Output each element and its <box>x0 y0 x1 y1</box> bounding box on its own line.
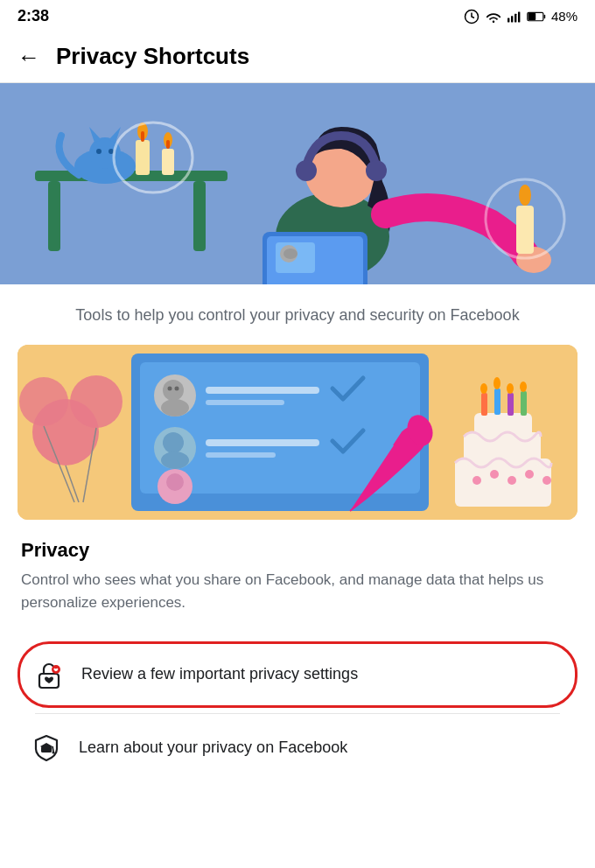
svg-rect-18 <box>136 140 150 175</box>
svg-rect-7 <box>528 13 536 20</box>
svg-point-27 <box>296 160 317 181</box>
learn-privacy-label: Learn about your privacy on Facebook <box>79 738 347 757</box>
svg-point-34 <box>284 248 298 259</box>
svg-point-51 <box>175 387 179 391</box>
shield-graduate-icon <box>30 732 63 765</box>
svg-point-71 <box>507 383 514 394</box>
svg-point-48 <box>163 380 184 401</box>
svg-point-50 <box>168 387 172 391</box>
status-icons: 48% <box>464 9 578 24</box>
svg-point-49 <box>161 399 189 416</box>
svg-rect-11 <box>193 181 206 251</box>
svg-rect-23 <box>166 140 170 149</box>
svg-point-72 <box>520 382 527 392</box>
hero-illustration <box>0 83 595 284</box>
svg-line-82 <box>52 746 53 752</box>
svg-rect-6 <box>544 14 546 18</box>
svg-point-77 <box>542 476 551 485</box>
svg-rect-60 <box>206 452 276 458</box>
svg-point-36 <box>519 185 531 206</box>
battery-icon <box>527 10 546 23</box>
svg-point-73 <box>472 476 481 485</box>
svg-point-28 <box>366 160 387 181</box>
subtitle-text: Tools to help you control your privacy a… <box>0 284 595 345</box>
status-bar: 2:38 48% <box>0 0 595 31</box>
privacy-description: Control who sees what you share on Faceb… <box>21 569 574 615</box>
svg-rect-59 <box>206 439 319 446</box>
svg-point-75 <box>508 476 516 485</box>
svg-point-53 <box>163 432 184 453</box>
svg-point-56 <box>166 473 184 491</box>
review-privacy-label: Review a few important privacy settings <box>81 665 358 683</box>
back-button[interactable]: ← <box>18 46 40 68</box>
second-illustration <box>18 345 578 520</box>
clock-icon <box>464 9 480 24</box>
svg-point-41 <box>19 377 68 426</box>
wifi-icon <box>485 10 502 24</box>
svg-rect-35 <box>516 206 534 254</box>
svg-rect-10 <box>48 181 60 251</box>
svg-rect-21 <box>162 149 174 175</box>
svg-rect-1 <box>508 18 509 22</box>
review-privacy-button[interactable]: Review a few important privacy settings <box>18 641 578 708</box>
status-time: 2:38 <box>18 7 49 25</box>
svg-point-16 <box>96 149 102 154</box>
svg-rect-2 <box>511 16 513 22</box>
privacy-title: Privacy <box>21 539 574 562</box>
lock-heart-icon <box>32 658 66 691</box>
svg-point-76 <box>525 470 534 479</box>
svg-point-83 <box>52 751 55 753</box>
learn-privacy-button[interactable]: Learn about your privacy on Facebook <box>18 718 578 779</box>
svg-point-69 <box>480 383 487 394</box>
svg-rect-58 <box>206 400 284 405</box>
svg-rect-4 <box>518 11 520 22</box>
signal-icon <box>508 10 522 24</box>
svg-rect-67 <box>508 393 514 416</box>
action-list: Review a few important privacy settings … <box>0 641 595 779</box>
battery-percent: 48% <box>551 9 578 24</box>
svg-point-54 <box>161 452 189 469</box>
svg-point-40 <box>70 375 122 428</box>
svg-rect-57 <box>206 387 319 394</box>
svg-rect-20 <box>141 131 144 142</box>
svg-rect-62 <box>455 458 551 507</box>
svg-rect-66 <box>494 388 500 415</box>
svg-point-74 <box>490 470 499 479</box>
header: ← Privacy Shortcuts <box>0 31 595 83</box>
action-divider <box>35 713 560 714</box>
svg-rect-3 <box>514 13 516 22</box>
privacy-section: Privacy Control who sees what you share … <box>0 520 595 624</box>
svg-rect-65 <box>481 393 487 416</box>
svg-point-70 <box>494 377 500 389</box>
svg-rect-68 <box>521 391 527 416</box>
page-title: Privacy Shortcuts <box>56 43 249 70</box>
svg-point-13 <box>89 137 121 169</box>
